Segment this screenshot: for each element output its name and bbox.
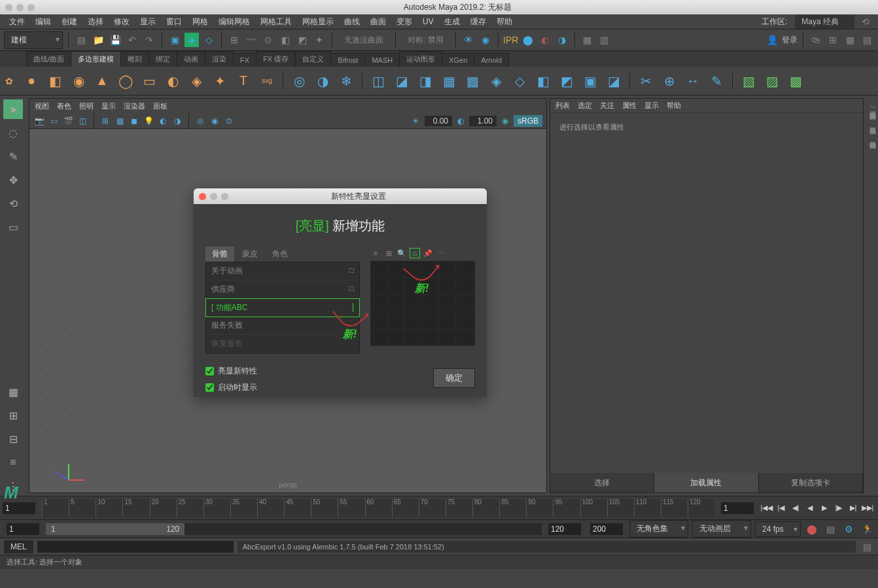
shelf-tab[interactable]: XGen [442,53,474,67]
view-menu-item[interactable]: 显示 [101,101,116,111]
shelf-tab[interactable]: MASH [364,53,400,67]
vp-shaded-icon[interactable]: ◼ [128,115,140,127]
play-back-icon[interactable]: ◀ [803,502,817,515]
attr-footer-tabs[interactable]: 选择 加载属性 复制选项卡 [550,473,863,493]
menu-变形[interactable]: 变形 [393,15,416,29]
ok-button[interactable]: 确定 [433,368,475,388]
menu-生成[interactable]: 生成 [440,15,464,29]
select-paint-icon[interactable]: ◇ [202,33,216,47]
dialog-tab-skin[interactable]: 蒙皮 [236,247,264,262]
attr-menu-item[interactable]: 选定 [578,101,592,111]
shelf-tab[interactable]: FX [233,53,256,67]
dialog-traffic-lights[interactable] [199,193,228,200]
range-slider-bar[interactable]: 1 1 120 120 200 无角色集 无动画层 24 fps ⬤ ▤ ⚙ 🏃 [0,519,878,538]
step-back-icon[interactable]: ◀| [789,502,802,515]
attr-menu-item[interactable]: 显示 [644,101,659,111]
character-set-dropdown[interactable]: 无角色集 [629,520,688,538]
view-menu-item[interactable]: 照明 [79,101,94,111]
menu-网格显示[interactable]: 网格显示 [298,15,338,29]
shelf-svg-icon[interactable]: svg [256,71,277,92]
lasso-tool-icon[interactable]: ◌ [3,123,23,143]
shelf-bar[interactable]: ✿ ● ◧ ◉ ▲ ◯ ▭ ◐ ◈ ✦ T svg ◎ ◑ ❄ ◫ ◪ ◨ ▦ … [0,67,878,95]
human-ik-icon[interactable]: 🏃 [860,522,874,536]
goto-end-icon[interactable]: ▶▶| [861,502,874,515]
save-icon[interactable]: 💾 [108,33,122,47]
vp-film-icon[interactable]: 🎬 [62,115,74,127]
anim-layer-dropdown[interactable]: 无动画层 [692,520,751,538]
snap-point-icon[interactable]: ⊙ [261,33,275,47]
select-arrow-icon[interactable]: ▣ [167,33,182,47]
anim-prefs-icon[interactable]: ⚙ [841,522,856,536]
dock-tab-3[interactable]: 属性编辑器 [868,133,877,141]
vp-light-icon[interactable]: 💡 [143,115,154,127]
dialog-titlebar[interactable]: 新特性亮显设置 [194,188,487,204]
shelf-tab[interactable]: Bifrost [330,53,365,67]
ipr-icon[interactable]: IPR [504,33,518,47]
menu-编辑网格[interactable]: 编辑网格 [215,15,254,29]
workspace-dropdown[interactable]: Maya 经典 [795,15,854,29]
menu-创建[interactable]: 创建 [58,15,81,29]
list-item[interactable]: 关于动画□ [206,262,359,281]
dock-tab-2[interactable]: 属性口面板 [868,118,877,126]
mode-dropdown[interactable]: 建模 [4,31,63,49]
paint-select-tool-icon[interactable]: ✎ [3,147,23,166]
login-text[interactable]: 登录 [782,35,798,46]
shelf-extrude-icon[interactable]: ◩ [556,71,577,92]
shelf-sym-icon[interactable]: ◑ [312,71,333,92]
vp-gate-icon[interactable]: ▭ [48,115,60,127]
panel-layout2-icon[interactable]: ▥ [597,33,612,47]
menu-显示[interactable]: 显示 [136,15,160,29]
account-icon[interactable]: 👤 [765,33,779,47]
list-item[interactable]: 服务失败 [206,317,359,335]
move-tool-icon[interactable]: ✥ [3,170,23,190]
redo-icon[interactable]: ↷ [142,33,156,47]
script-editor-icon[interactable]: ▤ [860,540,874,554]
step-fwd-key-icon[interactable]: ▶| [847,502,860,515]
view-menu-item[interactable]: 渲染器 [124,101,145,111]
time-current-end[interactable]: 1 [721,502,754,514]
vp-wire-icon[interactable]: ▦ [114,115,126,127]
shelf-snap-icon[interactable]: ❄ [336,71,357,92]
symmetry-label[interactable]: 对称: 禁用 [401,35,450,46]
range-start[interactable]: 1 [7,523,39,535]
range-end[interactable]: 120 [548,523,581,535]
pv-grid-icon[interactable]: ⊞ [383,248,394,258]
attr-tab-copy[interactable]: 复制选项卡 [759,473,863,493]
layout-outliner-icon[interactable]: ▤ [860,33,874,47]
shelf-remesh-icon[interactable]: ◈ [485,71,506,92]
open-icon[interactable]: 📁 [91,33,105,47]
menu-修改[interactable]: 修改 [110,15,133,29]
shelf-separate-icon[interactable]: ◪ [391,71,412,92]
vp-joint-icon[interactable]: ⊙ [223,115,235,127]
menu-文件[interactable]: 文件 [5,15,29,29]
layout-persp-icon[interactable]: ▦ [843,33,857,47]
pv-opt-icon[interactable]: ⋯ [436,248,446,258]
traffic-lights[interactable] [5,4,35,11]
menu-编辑[interactable]: 编辑 [31,15,55,29]
shelf-uv1-icon[interactable]: ▧ [738,71,759,92]
workspace-reset-icon[interactable]: ⟲ [858,14,873,29]
range-end2[interactable]: 200 [590,523,623,535]
view-menu-item[interactable]: 视图 [35,101,49,111]
shelf-mirror-icon[interactable]: ◧ [533,71,553,92]
time-slider[interactable]: 1 15101520253035404550556065707580859095… [0,496,878,519]
layout-4view-icon[interactable]: ⊞ [826,33,840,47]
attr-menu-item[interactable]: 属性 [622,101,637,111]
shelf-cone-icon[interactable]: ▲ [92,71,113,92]
shelf-torus-icon[interactable]: ◯ [115,71,136,92]
xray-icon[interactable]: ◉ [478,33,493,47]
shelf-uv3-icon[interactable]: ▩ [785,71,806,92]
range-handle[interactable]: 1 120 [46,523,184,535]
script-lang-button[interactable]: MEL [4,540,33,553]
pv-list-icon[interactable]: ≡ [370,248,381,258]
menu-缓存[interactable]: 缓存 [466,15,490,29]
marketplace-icon[interactable]: 🛍 [809,33,823,47]
range-slider[interactable]: 1 120 [46,523,542,535]
menu-曲面[interactable]: 曲面 [366,15,390,29]
shelf-bevel-icon[interactable]: ◪ [603,71,624,92]
range-opts-icon[interactable]: ▤ [823,522,837,536]
layout-a-icon[interactable]: ▦ [3,382,23,402]
layout-c-icon[interactable]: ⊟ [3,429,23,449]
snap-curve-icon[interactable]: 〰 [244,33,258,47]
step-fwd-icon[interactable]: |▶ [832,502,845,515]
